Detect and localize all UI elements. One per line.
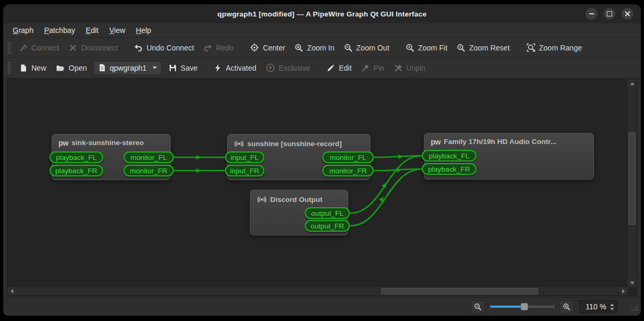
node-title: Discord Output [270,196,322,204]
app-window: qpwgraph1 [modified] — A PipeWire Graph … [3,4,641,316]
save-icon [169,64,177,72]
arrow-down-icon [630,282,634,284]
undo-connect-button[interactable]: Undo Connect [129,41,199,55]
connect-icon [19,44,28,52]
horizontal-scroll-thumb[interactable] [381,288,538,294]
zoom-out-button[interactable]: Zoom Out [339,41,394,55]
undo-icon [134,44,143,52]
maximize-button[interactable] [604,8,615,20]
resize-grip[interactable] [630,303,638,314]
zoom-out-icon [474,303,482,311]
zoom-reset-icon [457,44,465,52]
graph-toolbar: Connect Disconnect Undo Connect Redo Cen… [3,38,641,58]
port-playback_FR[interactable]: playback_FR [422,163,476,175]
port-playback_FL[interactable]: playback_FL [49,151,103,163]
zoom-reset-label: Zoom Reset [469,44,509,52]
new-file-icon [19,64,28,72]
zoom-out-label: Zoom Out [356,44,389,52]
slider-handle[interactable] [521,303,528,310]
close-button[interactable] [622,8,633,20]
pipewire-icon: pw [431,138,440,146]
center-button[interactable]: Center [245,40,290,55]
port-output_FL[interactable]: output_FL [305,207,350,219]
zoom-slider[interactable] [490,301,554,312]
menu-help[interactable]: Help [131,25,157,36]
zoom-in-button[interactable]: Zoom In [290,41,339,55]
toolbar-separator [397,42,398,54]
node-title: sunshine [sunshine-record] [247,140,342,148]
port-playback_FR[interactable]: playback_FR [49,165,103,176]
zoom-reset-button[interactable]: Zoom Reset [452,41,514,55]
connect-button[interactable]: Connect [14,41,64,55]
activated-button[interactable]: Activated [209,61,261,75]
scroll-left-button[interactable] [7,287,16,295]
zoom-percent-spinbox[interactable]: 110 % [579,300,617,314]
zoom-fit-button[interactable]: Zoom Fit [401,41,452,55]
zoom-fit-label: Zoom Fit [418,44,447,52]
minimize-button[interactable] [586,8,597,20]
redo-label: Redo [216,44,233,52]
edit-pencil-icon [327,64,335,72]
save-button[interactable]: Save [164,61,203,75]
toolbar-separator [318,62,319,74]
vertical-scrollbar[interactable] [627,79,637,287]
center-label: Center [263,44,285,52]
patchbay-file-icon [98,64,106,72]
save-label: Save [181,64,198,72]
menu-bar: Graph Patchbay Edit View Help [3,23,641,38]
zoom-in-icon [563,303,571,311]
graph-canvas[interactable]: pw sink-sunshine-stereo playback_FL play… [7,79,637,296]
scroll-up-button[interactable] [628,79,637,88]
port-input_FR[interactable]: input_FR [225,165,264,176]
redo-icon [204,44,212,52]
port-output_FR[interactable]: output_FR [305,220,350,232]
exclusive-bolt-icon [266,63,275,72]
maximize-icon [607,11,612,16]
patchbay-selector[interactable]: qpwgraph1 [94,61,161,75]
toolbar-drag-handle[interactable] [7,41,11,54]
menu-edit[interactable]: Edit [80,25,104,36]
arrow-left-icon [11,289,13,293]
zoom-range-button[interactable]: Zoom Range [522,40,587,55]
port-monitor_FL[interactable]: monitor_FL [322,151,374,163]
node-title: Family 17h/19h HD Audio Contr... [444,138,556,146]
toolbar-separator [518,42,518,54]
disconnect-button[interactable]: Disconnect [64,41,122,55]
menu-graph[interactable]: Graph [7,25,39,36]
horizontal-scrollbar[interactable] [7,286,628,295]
port-monitor_FR[interactable]: monitor_FR [123,165,174,176]
statusbar-zoom-in-button[interactable] [559,300,574,314]
pipewire-icon: pw [58,139,68,147]
statusbar-zoom-out-button[interactable] [471,300,485,314]
port-monitor_FL[interactable]: monitor_FL [123,151,174,163]
scroll-down-button[interactable] [628,278,637,287]
scroll-right-button[interactable] [619,287,628,295]
graph-viewport[interactable]: pw sink-sunshine-stereo playback_FL play… [7,79,628,287]
toolbar-drag-handle[interactable] [7,62,11,74]
port-playback_FL[interactable]: playback_FL [422,150,476,162]
zoom-percent-value: 110 % [584,302,606,311]
unpin-button[interactable]: Unpin [389,61,431,75]
vertical-scroll-thumb[interactable] [629,132,635,225]
chevron-down-icon [153,66,157,69]
open-button[interactable]: Open [51,61,91,75]
close-icon [625,11,630,16]
pin-button[interactable]: Pin [356,61,389,75]
exclusive-button[interactable]: Exclusive [261,61,315,75]
zoom-out-icon [344,44,353,52]
menu-patchbay[interactable]: Patchbay [39,25,80,36]
port-monitor_FR[interactable]: monitor_FR [322,165,374,176]
zoom-range-icon [526,43,536,52]
spin-up-icon[interactable] [610,303,614,306]
spin-down-icon[interactable] [610,308,614,310]
menu-view[interactable]: View [104,25,130,36]
stream-icon [257,195,267,205]
toolbar-separator [241,42,242,54]
arrow-right-icon [622,289,625,293]
zoom-in-label: Zoom In [307,44,334,52]
redo-button[interactable]: Redo [199,41,238,55]
title-bar[interactable]: qpwgraph1 [modified] — A PipeWire Graph … [3,4,641,23]
new-button[interactable]: New [14,61,51,75]
port-input_FL[interactable]: input_FL [225,151,264,163]
edit-button[interactable]: Edit [322,61,356,75]
